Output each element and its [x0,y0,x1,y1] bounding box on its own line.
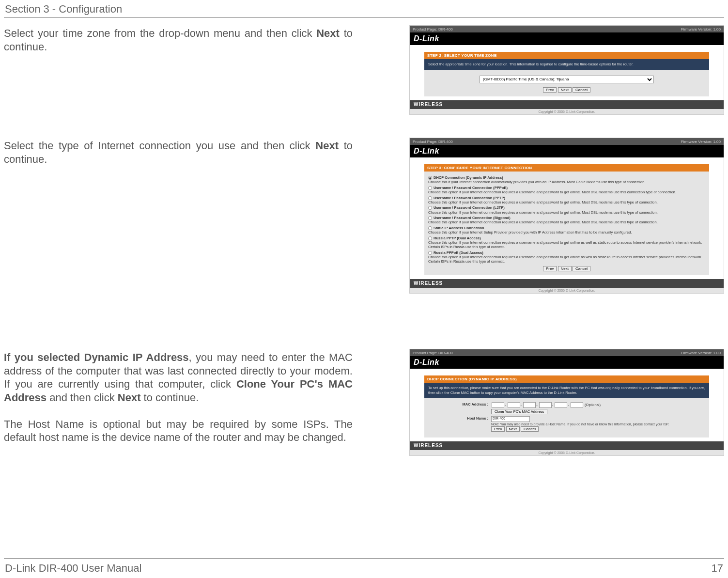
mac-input[interactable] [555,402,567,408]
mac-input[interactable] [508,402,520,408]
copyright: Copyright © 2006 D-Link Corporation. [410,109,724,114]
cancel-button[interactable]: Cancel [573,266,590,271]
connection-option-desc: Choose this option if your Internet conn… [428,190,705,194]
connection-option: DHCP Connection (Dynamic IP Address)Choo… [428,175,705,185]
text-bold: Next [315,140,339,152]
mac-address-field: - - - - - (Optional) Clone Your PC's MAC… [491,402,705,414]
wizard-form-area: (GMT-08:00) Pacific Time (US & Canada); … [424,70,709,96]
mac-address-label: MAC Address : [428,402,491,406]
wizard-step-header: STEP 3: CONFIGURE YOUR INTERNET CONNECTI… [424,164,709,172]
section-header: Section 3 - Configuration [5,3,122,16]
connection-option-title: DHCP Connection (Dynamic IP Address) [434,175,503,180]
screenshot-topbar: Product Page: DIR-400 Firmware Version: … [410,26,724,32]
connection-option-title: Static IP Address Connection [434,226,484,230]
footer-manual-name: D-Link DIR-400 User Manual [5,562,141,575]
connection-radio[interactable] [428,226,432,230]
host-name-note: Note: You may also need to provide a Hos… [491,422,669,426]
connection-option: Username / Password Connection (L2TP)Cho… [428,205,705,215]
screenshot-step2: Product Page: DIR-400 Firmware Version: … [409,25,724,115]
connection-radio[interactable] [428,176,432,180]
firmware-label: Firmware Version: 1.00 [681,351,721,355]
instruction-text-2: Select the type of Internet connection y… [4,139,353,166]
wizard-step-header: DHCP CONNECTION (DYNAMIC IP ADDRESS) [424,375,709,383]
connection-option-desc: Choose this option if your Internet conn… [428,255,705,264]
next-button[interactable]: Next [558,266,572,271]
connection-option: Username / Password Connection (PPPoE)Ch… [428,186,705,195]
text: Select the type of Internet connection y… [4,140,315,152]
mac-input[interactable] [523,402,536,408]
wizard-step-description: To set up this connection, please make s… [424,383,709,398]
host-name-input[interactable]: DIR-400 [491,416,530,422]
mac-input[interactable] [492,402,504,408]
connection-radio[interactable] [428,236,432,240]
separator-bottom [4,558,724,559]
connection-option-desc: Choose this option if your Internet conn… [428,200,705,204]
connection-option: Static IP Address ConnectionChoose this … [428,226,705,235]
copyright: Copyright © 2006 D-Link Corporation. [410,288,724,293]
prev-button[interactable]: Prev [491,426,505,432]
instruction-text-3: If you selected Dynamic IP Address, you … [4,351,353,444]
connection-option-title: Russia PPPoE (Dual Access) [434,250,483,255]
product-page-label: Product Page: DIR-400 [413,27,453,31]
cancel-button[interactable]: Cancel [521,426,539,432]
optional-label: (Optional) [585,402,601,406]
footer-page-number: 17 [712,562,723,575]
bottom-bar: WIRELESS [410,279,724,288]
bottom-bar: WIRELESS [410,100,724,109]
prev-button[interactable]: Prev [543,266,557,271]
mac-address-row: MAC Address : - - - - - (Optional) Clone… [428,402,705,414]
wizard-step-description: Select the appropriate time zone for you… [424,59,709,70]
connection-option: Username / Password Connection (Bigpond)… [428,216,705,225]
bottom-bar: WIRELESS [410,441,724,450]
connection-option-desc: Choose this option if your Internet conn… [428,210,705,215]
text-bold: If you selected Dynamic IP Address [4,351,189,363]
firmware-label: Firmware Version: 1.00 [681,27,721,31]
connection-option: Russia PPPoE (Dual Access)Choose this op… [428,250,705,264]
connection-option: Russia PPTP (Dual Access)Choose this opt… [428,236,705,250]
button-row: Prev Next Cancel [428,87,705,93]
connection-option-desc: Choose this option if your Internet conn… [428,220,705,224]
connection-options-panel: DHCP Connection (Dynamic IP Address)Choo… [424,172,709,275]
screenshot-topbar: Product Page: DIR-400 Firmware Version: … [410,138,724,145]
timezone-select[interactable]: (GMT-08:00) Pacific Time (US & Canada); … [480,76,654,83]
text: and then click [46,391,118,404]
text: Select your time zone from the drop-down… [4,27,316,39]
connection-radio[interactable] [428,186,432,190]
brand-bar: D-Link [410,356,724,369]
clone-mac-button[interactable]: Clone Your PC's MAC Address [491,409,547,414]
connection-option-title: Username / Password Connection (PPPoE) [434,186,508,190]
connection-option-title: Username / Password Connection (Bigpond) [434,216,511,220]
cancel-button[interactable]: Cancel [573,87,590,93]
connection-radio[interactable] [428,216,432,220]
product-page-label: Product Page: DIR-400 [413,351,453,355]
screenshot-body: STEP 2: SELECT YOUR TIME ZONE Select the… [410,45,724,100]
connection-option-title: Username / Password Connection (L2TP) [434,205,505,210]
product-page-label: Product Page: DIR-400 [413,140,453,144]
connection-option-desc: Choose this option if your Internet conn… [428,240,705,250]
text-bold: Next [316,27,340,39]
text: to continue. [140,391,199,404]
connection-radio[interactable] [428,251,432,255]
mac-input[interactable] [571,402,583,408]
screenshot-body: DHCP CONNECTION (DYNAMIC IP ADDRESS) To … [410,369,724,441]
wizard-step-header: STEP 2: SELECT YOUR TIME ZONE [424,52,709,59]
connection-option-title: Russia PPTP (Dual Access) [434,236,481,240]
next-button[interactable]: Next [506,426,520,432]
instruction-text-1: Select your time zone from the drop-down… [4,27,353,53]
next-button[interactable]: Next [558,87,572,93]
connection-option-title: Username / Password Connection (PPTP) [434,196,505,200]
button-row: Prev Next Cancel [428,266,705,271]
connection-option-desc: Choose this option if your Internet Setu… [428,230,705,234]
prev-button[interactable]: Prev [543,87,557,93]
brand-bar: D-Link [410,145,724,157]
connection-radio[interactable] [428,206,432,210]
connection-option: Username / Password Connection (PPTP)Cho… [428,196,705,205]
copyright: Copyright © 2006 D-Link Corporation. [410,450,724,455]
mac-input[interactable] [539,402,552,408]
brand-bar: D-Link [410,32,724,45]
separator-top [4,17,724,18]
connection-radio[interactable] [428,196,432,200]
connection-option-desc: Choose this if your Internet connection … [428,180,705,184]
screenshot-step3: Product Page: DIR-400 Firmware Version: … [409,138,724,294]
host-name-row: Host Name : DIR-400 Note: You may also n… [428,416,705,432]
